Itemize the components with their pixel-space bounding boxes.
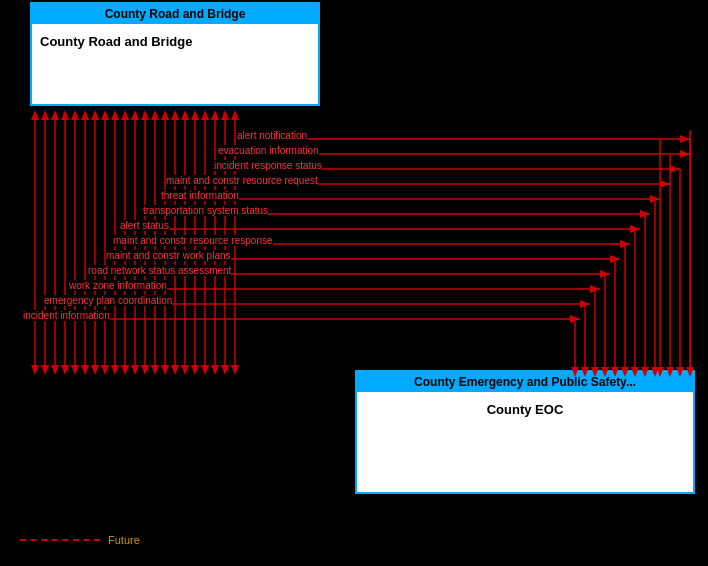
svg-marker-59 [191,110,199,120]
svg-marker-57 [171,110,179,120]
svg-marker-39 [201,365,209,375]
label-incident-response-status: incident response status [214,160,322,171]
svg-marker-103 [571,367,579,377]
label-transportation-system-status: transportation system status [143,205,268,216]
svg-marker-48 [81,110,89,120]
label-maint-constr-resource-response: maint and constr resource response [113,235,273,246]
svg-marker-52 [121,110,129,120]
svg-marker-112 [656,367,664,377]
svg-marker-40 [211,365,219,375]
svg-marker-65 [680,135,690,143]
svg-marker-62 [221,110,229,120]
legend-line [20,539,100,541]
svg-marker-63 [231,110,239,120]
svg-marker-110 [641,367,649,377]
svg-marker-46 [61,110,69,120]
svg-marker-69 [670,165,680,173]
svg-marker-56 [161,110,169,120]
legend: Future [20,534,140,546]
label-alert-notification: alert notification [237,130,307,141]
svg-marker-58 [181,110,189,120]
svg-marker-107 [611,367,619,377]
svg-marker-54 [141,110,149,120]
svg-marker-35 [161,365,169,375]
diagram-container: County Road and Bridge County Road and B… [0,0,708,566]
svg-marker-36 [171,365,179,375]
svg-marker-22 [31,365,39,375]
svg-marker-45 [51,110,59,120]
svg-marker-26 [71,365,79,375]
svg-marker-104 [581,367,589,377]
label-maint-constr-resource-request: maint and constr resource request [166,175,318,186]
svg-marker-44 [41,110,49,120]
svg-marker-113 [666,367,674,377]
svg-marker-60 [201,110,209,120]
legend-label: Future [108,534,140,546]
label-evacuation-information: evacuation information [218,145,319,156]
label-maint-constr-work-plans: maint and constr work plans [106,250,231,261]
label-road-network-status-assessment: road network status assessment [88,265,231,276]
svg-marker-43 [31,110,39,120]
svg-marker-47 [71,110,79,120]
svg-marker-51 [111,110,119,120]
label-incident-information: incident information [23,310,110,321]
svg-marker-31 [121,365,129,375]
label-threat-information: threat information [161,190,239,201]
svg-marker-67 [680,150,690,158]
svg-marker-42 [231,365,239,375]
svg-marker-29 [101,365,109,375]
svg-marker-61 [211,110,219,120]
svg-marker-108 [621,367,629,377]
svg-marker-38 [191,365,199,375]
svg-marker-33 [141,365,149,375]
label-work-zone-information: work zone information [69,280,167,291]
svg-marker-24 [51,365,59,375]
svg-marker-109 [631,367,639,377]
svg-marker-34 [151,365,159,375]
svg-marker-23 [41,365,49,375]
svg-marker-27 [81,365,89,375]
svg-marker-41 [221,365,229,375]
svg-marker-106 [601,367,609,377]
svg-marker-37 [181,365,189,375]
svg-marker-50 [101,110,109,120]
svg-marker-49 [91,110,99,120]
svg-marker-30 [111,365,119,375]
svg-marker-71 [660,180,670,188]
svg-marker-105 [591,367,599,377]
svg-marker-53 [131,110,139,120]
label-emergency-plan-coordination: emergency plan coordination [44,295,172,306]
svg-marker-28 [91,365,99,375]
svg-marker-114 [676,367,684,377]
label-alert-status: alert status [120,220,169,231]
svg-marker-25 [61,365,69,375]
svg-marker-115 [686,367,694,377]
svg-marker-55 [151,110,159,120]
svg-marker-32 [131,365,139,375]
